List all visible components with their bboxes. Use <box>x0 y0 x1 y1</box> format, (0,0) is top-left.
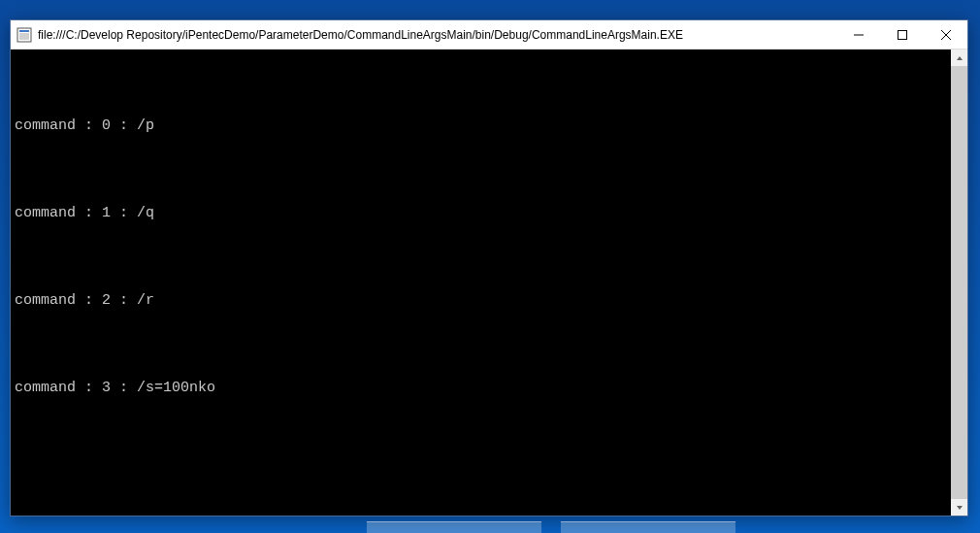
svg-marker-7 <box>957 56 963 60</box>
scroll-track[interactable] <box>951 66 967 499</box>
minimize-button[interactable] <box>836 20 880 49</box>
console-line: command : 0 : /p <box>15 112 947 141</box>
console-line <box>15 461 947 490</box>
console-window: file:///C:/Develop Repository/iPentecDem… <box>10 19 968 516</box>
console-line: command : 3 : /s=100nko <box>15 374 947 403</box>
close-button[interactable] <box>924 20 967 49</box>
console-line: command : 1 : /q <box>15 199 947 228</box>
window-title: file:///C:/Develop Repository/iPentecDem… <box>38 28 836 42</box>
console-area: command : 0 : /p command : 1 : /q comman… <box>11 50 967 516</box>
window-controls <box>836 20 967 49</box>
taskbar-hint <box>0 514 980 533</box>
scroll-down-button[interactable] <box>951 499 967 516</box>
console-line: command : 2 : /r <box>15 286 947 316</box>
taskbar-item <box>561 521 735 533</box>
maximize-button[interactable] <box>880 20 924 49</box>
svg-marker-8 <box>957 506 963 510</box>
svg-rect-1 <box>19 30 29 32</box>
scroll-up-button[interactable] <box>951 50 967 66</box>
svg-rect-4 <box>898 30 906 39</box>
svg-rect-2 <box>19 33 29 40</box>
console-output[interactable]: command : 0 : /p command : 1 : /q comman… <box>11 50 951 516</box>
app-icon <box>16 27 32 43</box>
scroll-thumb[interactable] <box>951 66 967 499</box>
titlebar[interactable]: file:///C:/Develop Repository/iPentecDem… <box>11 20 967 50</box>
taskbar-item <box>367 521 541 533</box>
vertical-scrollbar[interactable] <box>951 50 967 516</box>
